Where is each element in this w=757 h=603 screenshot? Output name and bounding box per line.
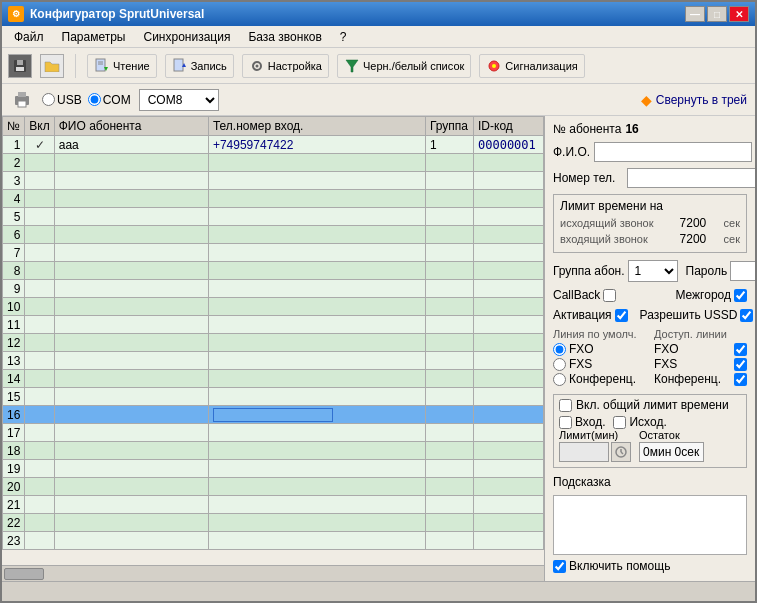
conference-radio-label[interactable]: Конференц. [553,372,646,386]
conference-radio[interactable] [553,373,566,386]
enable-help-label[interactable]: Включить помощь [553,559,670,573]
table-row[interactable]: 18 [3,442,544,460]
com-radio[interactable] [88,93,101,106]
menu-params[interactable]: Параметры [54,28,134,46]
outbound-check-label[interactable]: Исход. [613,415,666,429]
limit-input[interactable] [559,442,609,462]
cell-check[interactable] [25,280,54,298]
collapse-button[interactable]: ◆ Свернуть в трей [641,92,747,108]
cell-check[interactable] [25,190,54,208]
international-checkbox[interactable] [734,289,747,302]
maximize-button[interactable]: □ [707,6,727,22]
cell-check[interactable] [25,262,54,280]
avail-fxs-checkbox[interactable] [734,358,747,371]
cell-check[interactable] [25,532,54,550]
callback-item: CallBack [553,288,616,302]
cell-check[interactable] [25,514,54,532]
table-row[interactable]: 10 [3,298,544,316]
read-button[interactable]: Чтение [87,54,157,78]
table-row[interactable]: 21 [3,496,544,514]
save-icon[interactable] [8,54,32,78]
menu-help[interactable]: ? [332,28,355,46]
cell-check[interactable] [25,316,54,334]
subscriber-table-container[interactable]: № Вкл ФИО абонента Тел.номер вход. Групп… [2,116,544,565]
table-row[interactable]: 23 [3,532,544,550]
com-radio-label[interactable]: COM [88,93,131,107]
selected-phone-input[interactable] [213,408,333,422]
cell-check[interactable] [25,424,54,442]
cell-id [474,262,544,280]
table-row[interactable]: 7 [3,244,544,262]
table-row[interactable]: 15 [3,388,544,406]
table-row[interactable]: 3 [3,172,544,190]
table-row[interactable]: 19 [3,460,544,478]
fxo-radio[interactable] [553,343,566,356]
cell-check[interactable] [25,154,54,172]
avail-conf-checkbox[interactable] [734,373,747,386]
activation-checkbox[interactable] [615,309,628,322]
group-select[interactable]: 1 [628,260,678,282]
cell-check[interactable] [25,388,54,406]
table-row[interactable]: 6 [3,226,544,244]
menu-sync[interactable]: Синхронизация [135,28,238,46]
cell-check[interactable] [25,208,54,226]
table-row[interactable]: 5 [3,208,544,226]
table-row[interactable]: 16 [3,406,544,424]
cell-check[interactable] [25,370,54,388]
cell-check[interactable] [25,244,54,262]
scrollbar-thumb[interactable] [4,568,44,580]
cell-check[interactable] [25,226,54,244]
cell-check[interactable] [25,352,54,370]
callback-checkbox[interactable] [603,289,616,302]
table-row[interactable]: 1✓ааа+74959747422100000001 [3,136,544,154]
horizontal-scrollbar[interactable] [2,565,544,581]
table-row[interactable]: 22 [3,514,544,532]
table-row[interactable]: 17 [3,424,544,442]
menu-calls[interactable]: База звонков [240,28,329,46]
avail-fxo-checkbox[interactable] [734,343,747,356]
cell-check[interactable] [25,478,54,496]
table-row[interactable]: 20 [3,478,544,496]
usb-radio-label[interactable]: USB [42,93,82,107]
cell-check[interactable] [25,334,54,352]
table-row[interactable]: 4 [3,190,544,208]
table-row[interactable]: 14 [3,370,544,388]
table-row[interactable]: 8 [3,262,544,280]
password-input[interactable] [730,261,755,281]
minimize-button[interactable]: — [685,6,705,22]
phone-input[interactable] [627,168,755,188]
inbound-check-label[interactable]: Вход. [559,415,605,429]
outbound-checkbox[interactable] [613,416,626,429]
close-button[interactable]: ✕ [729,6,749,22]
cell-name [54,442,208,460]
cell-check[interactable] [25,496,54,514]
table-row[interactable]: 2 [3,154,544,172]
settings-button[interactable]: Настройка [242,54,329,78]
table-row[interactable]: 12 [3,334,544,352]
cell-check[interactable] [25,442,54,460]
usb-radio[interactable] [42,93,55,106]
table-row[interactable]: 9 [3,280,544,298]
cell-check[interactable] [25,172,54,190]
blacklist-label: Черн./белый список [363,60,464,72]
table-row[interactable]: 11 [3,316,544,334]
table-row[interactable]: 13 [3,352,544,370]
blacklist-button[interactable]: Черн./белый список [337,54,471,78]
cell-check[interactable] [25,460,54,478]
folder-icon[interactable] [40,54,64,78]
fio-input[interactable] [594,142,752,162]
enable-help-checkbox[interactable] [553,560,566,573]
fxo-radio-label[interactable]: FXO [553,342,646,356]
signal-button[interactable]: Сигнализация [479,54,584,78]
menu-file[interactable]: Файл [6,28,52,46]
fxs-radio-label[interactable]: FXS [553,357,646,371]
cell-check[interactable] [25,406,54,424]
cell-check[interactable]: ✓ [25,136,54,154]
ussd-checkbox[interactable] [740,309,753,322]
write-button[interactable]: Запись [165,54,234,78]
inbound-checkbox[interactable] [559,416,572,429]
port-select[interactable]: COM8 [139,89,219,111]
fxs-radio[interactable] [553,358,566,371]
cell-check[interactable] [25,298,54,316]
total-limit-checkbox[interactable] [559,399,572,412]
